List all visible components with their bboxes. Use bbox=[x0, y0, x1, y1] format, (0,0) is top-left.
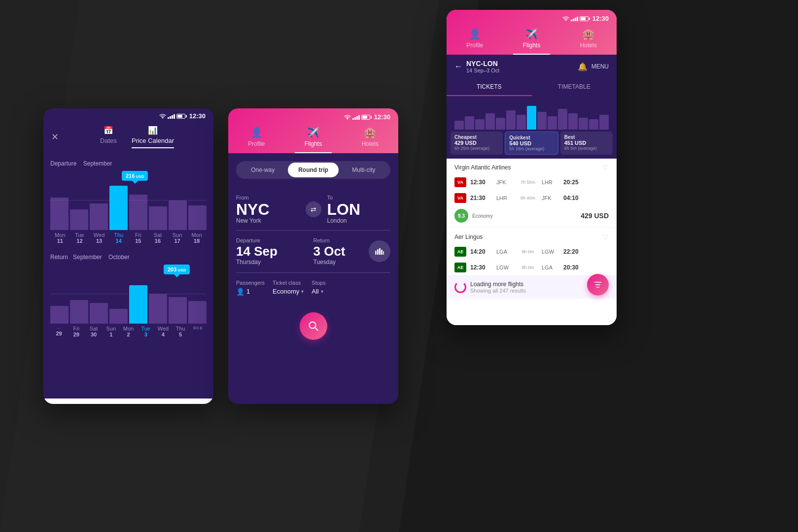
heart-icon-va[interactable]: ♡ bbox=[602, 164, 609, 171]
nav3-hotels[interactable]: 🏨 Hotels bbox=[570, 28, 607, 55]
departure-chart[interactable]: 216 USD bbox=[50, 171, 207, 230]
day-cell[interactable]: Fri 6 bbox=[189, 326, 207, 337]
day-cell-active[interactable]: Tue3 bbox=[137, 326, 154, 337]
dep-code2: LHR bbox=[496, 195, 514, 201]
day-cell[interactable]: Sat16 bbox=[148, 232, 168, 244]
price-card-quickest[interactable]: Quickest 540 USD 5h 18m (average) bbox=[505, 132, 558, 155]
day-cell[interactable]: Fri29 bbox=[68, 326, 85, 337]
tab-multi-city[interactable]: Multi-city bbox=[339, 163, 389, 177]
arr-code2: JFK bbox=[542, 195, 559, 201]
loading-main: Loading more flights bbox=[470, 281, 526, 288]
p-bar bbox=[599, 115, 609, 130]
heart-icon-ae[interactable]: ♡ bbox=[602, 233, 609, 241]
chart-line bbox=[50, 200, 207, 200]
nav3-flights[interactable]: ✈️ Flights bbox=[513, 28, 550, 55]
chart-bars-icon bbox=[375, 248, 384, 255]
from-field[interactable]: From NYC New York bbox=[236, 195, 300, 224]
tab-round-trip[interactable]: Round trip bbox=[288, 163, 338, 177]
menu-button[interactable]: MENU bbox=[591, 63, 609, 70]
dep-time2: 21:30 bbox=[470, 195, 492, 201]
bar bbox=[169, 297, 187, 324]
phone1-time: 12:30 bbox=[189, 112, 206, 120]
nav3-profile[interactable]: 👤 Profile bbox=[456, 28, 493, 55]
ae-duration: 8h 0m bbox=[518, 249, 538, 254]
filter-fab[interactable] bbox=[587, 274, 609, 296]
bar bbox=[109, 309, 128, 324]
price-calendar-button[interactable] bbox=[369, 240, 390, 262]
p-bar bbox=[548, 116, 557, 130]
tab-dates[interactable]: 📅 Dates bbox=[100, 126, 117, 148]
day-cell[interactable]: Fri15 bbox=[129, 232, 148, 244]
to-name: London bbox=[327, 217, 391, 224]
to-field[interactable]: To LON London bbox=[327, 195, 391, 224]
ticket-class-field[interactable]: Ticket class Economy ▾ bbox=[273, 280, 304, 296]
day-cell[interactable]: Mon18 bbox=[187, 232, 207, 244]
tab-timetable[interactable]: TIMETABLE bbox=[532, 78, 617, 96]
va-logo2: VA bbox=[454, 193, 466, 203]
day-cell[interactable]: Sun1 bbox=[103, 326, 120, 337]
day-cell[interactable]: ···29 bbox=[50, 326, 68, 337]
p-bar bbox=[579, 118, 588, 130]
price-card-cheapest[interactable]: Cheapest 429 USD 6h 25m (average) bbox=[451, 132, 503, 155]
svg-point-1 bbox=[347, 118, 348, 119]
departure-date-field[interactable]: Departure 14 Sep Thursday bbox=[236, 237, 313, 266]
day-cell[interactable]: Mon2 bbox=[120, 326, 137, 337]
ae-dep-code: LGA bbox=[496, 249, 514, 255]
search-button[interactable] bbox=[300, 312, 327, 340]
tab-one-way[interactable]: One-way bbox=[238, 163, 288, 177]
back-button[interactable]: ← bbox=[454, 62, 462, 71]
day-cell[interactable]: Thu5 bbox=[172, 326, 189, 337]
day-cell[interactable]: Sun17 bbox=[168, 232, 187, 244]
day-cell[interactable]: Mon11 bbox=[50, 232, 70, 244]
va-logo: VA bbox=[454, 177, 466, 187]
bar-active bbox=[109, 186, 128, 230]
ae-arr-time2: 20:30 bbox=[563, 264, 609, 271]
day-cell[interactable]: Wed4 bbox=[154, 326, 172, 337]
p-bar bbox=[517, 115, 526, 130]
flight-price: 429 USD bbox=[581, 212, 609, 220]
bar bbox=[90, 203, 108, 230]
arr-time: 20:25 bbox=[563, 179, 609, 186]
flight-row-ae2[interactable]: AE 12:30 LGW 8h 0m LGA 20:30 bbox=[447, 260, 617, 275]
from-name: New York bbox=[236, 217, 300, 224]
signal-icon2 bbox=[352, 115, 360, 120]
stops-label: Stops bbox=[312, 280, 325, 286]
phone3-results: 12:30 👤 Profile ✈️ Flights 🏨 Hotels bbox=[447, 10, 617, 325]
price-chart bbox=[452, 100, 611, 130]
airline-name-va: Virgin Atlantic Airlines bbox=[454, 164, 511, 171]
day-cell-active[interactable]: Thu14 bbox=[109, 232, 129, 244]
phone2-nav: 👤 Profile ✈️ Flights 🏨 Hotels bbox=[228, 123, 398, 153]
ticket-class-value[interactable]: Economy ▾ bbox=[273, 288, 304, 295]
flight-row[interactable]: VA 21:30 LHR 6h 40m JFK 04:10 bbox=[447, 190, 617, 206]
return-chart[interactable]: 203 USD bbox=[50, 265, 207, 324]
airline-header-ae: Aer Lingus ♡ bbox=[447, 228, 617, 244]
p-bar bbox=[496, 118, 505, 130]
wifi-icon3 bbox=[562, 16, 569, 21]
nav-hotels[interactable]: 🏨 Hotels bbox=[352, 127, 388, 153]
hotels-icon: 🏨 bbox=[364, 127, 376, 138]
tab-price-calendar[interactable]: 📊 Price Calendar bbox=[132, 126, 174, 148]
nav-flights[interactable]: ✈️ Flights bbox=[295, 127, 332, 153]
day-cell[interactable]: Tue12 bbox=[70, 232, 90, 244]
day-cell[interactable]: Sat30 bbox=[85, 326, 102, 337]
chart-icon: 📊 bbox=[148, 126, 158, 135]
bar-active bbox=[129, 285, 147, 324]
arr-code: LHR bbox=[542, 179, 559, 185]
flights-icon: ✈️ bbox=[307, 127, 319, 138]
notification-icon[interactable]: 🔔 bbox=[578, 62, 588, 71]
dep-time: 12:30 bbox=[470, 179, 492, 186]
price-card-best[interactable]: Best 451 USD 6h 5m (average) bbox=[560, 132, 613, 155]
passengers-field[interactable]: Passengers 👤 1 bbox=[236, 280, 265, 296]
airline-header-va: Virgin Atlantic Airlines ♡ bbox=[447, 159, 617, 174]
flight-row-ae1[interactable]: AE 14:20 LGA 8h 0m LGW 22:20 bbox=[447, 244, 617, 260]
passengers-value[interactable]: 👤 1 bbox=[236, 288, 265, 296]
flight-row[interactable]: VA 12:30 JFK 7h 55m LHR 20:25 bbox=[447, 174, 617, 190]
stops-value[interactable]: All ▾ bbox=[312, 288, 325, 295]
stops-field[interactable]: Stops All ▾ bbox=[312, 280, 325, 296]
nav-profile[interactable]: 👤 Profile bbox=[238, 127, 275, 153]
close-button[interactable]: ✕ bbox=[51, 132, 59, 142]
swap-button[interactable]: ⇄ bbox=[306, 201, 321, 217]
search-icon bbox=[308, 321, 319, 332]
tab-tickets[interactable]: TICKETS bbox=[447, 78, 532, 96]
day-cell[interactable]: Wed13 bbox=[89, 232, 109, 244]
